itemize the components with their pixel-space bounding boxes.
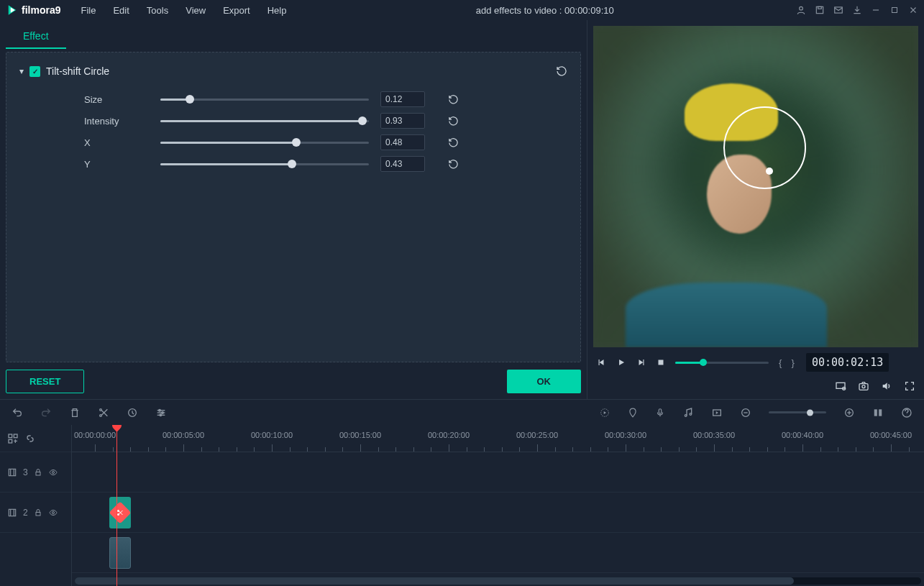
delete-icon[interactable] <box>69 407 81 418</box>
reset-button[interactable]: RESET <box>6 370 84 393</box>
lock-icon[interactable] <box>34 468 42 477</box>
download-icon[interactable] <box>852 5 862 15</box>
ruler-label: 00:00:05:00 <box>163 431 204 439</box>
param-slider-2[interactable] <box>160 134 369 151</box>
titlebar: filmora9 File Edit Tools View Export Hel… <box>0 0 924 20</box>
manage-tracks-icon[interactable] <box>7 433 19 444</box>
preview-viewport[interactable] <box>593 26 918 347</box>
zoom-fit-icon[interactable] <box>872 408 884 418</box>
adjust-icon[interactable] <box>155 407 167 418</box>
tab-effect[interactable]: Effect <box>6 24 66 49</box>
menu-view[interactable]: View <box>178 2 213 19</box>
menu-help[interactable]: Help <box>260 2 294 19</box>
effect-clip[interactable] <box>109 497 131 528</box>
preview-timecode: 00:00:02:13 <box>806 353 889 372</box>
link-icon[interactable] <box>24 433 36 444</box>
undo-icon[interactable] <box>12 407 23 418</box>
param-reset-0[interactable] <box>448 94 459 105</box>
user-icon[interactable] <box>796 5 806 15</box>
track-gap[interactable] <box>72 452 924 493</box>
next-frame-button[interactable] <box>636 357 646 367</box>
track-3[interactable] <box>72 493 924 533</box>
play-button[interactable] <box>616 357 626 367</box>
split-icon[interactable] <box>98 407 109 418</box>
ok-button[interactable]: OK <box>507 370 582 393</box>
eye-icon[interactable] <box>48 468 58 477</box>
param-slider-0[interactable] <box>160 91 369 108</box>
stop-button[interactable] <box>657 358 665 367</box>
menu-tools[interactable]: Tools <box>139 2 175 19</box>
param-value-1[interactable] <box>380 113 425 129</box>
menu-edit[interactable]: Edit <box>106 2 136 19</box>
prev-frame-button[interactable] <box>596 357 606 367</box>
param-reset-2[interactable] <box>448 137 459 148</box>
chevron-down-icon[interactable]: ▾ <box>19 66 24 76</box>
maximize-icon[interactable] <box>889 5 900 15</box>
fullscreen-icon[interactable] <box>904 380 915 392</box>
zoom-slider[interactable] <box>769 411 826 413</box>
param-label-2: X <box>84 137 149 148</box>
save-icon[interactable] <box>815 5 825 15</box>
lock-icon[interactable] <box>34 508 42 517</box>
ruler-label: 00:00:40:00 <box>782 431 823 439</box>
speed-icon[interactable] <box>127 407 138 418</box>
timeline: 3 2 00:00:00:0000:00:05:0000:00:10:0000:… <box>0 425 924 586</box>
ruler-label: 00:00:30:00 <box>605 431 646 439</box>
param-slider-1[interactable] <box>160 112 369 129</box>
render-icon[interactable] <box>599 407 610 418</box>
svg-point-13 <box>100 408 102 411</box>
param-label-1: Intensity <box>84 116 149 127</box>
svg-rect-5 <box>892 8 897 13</box>
video-clip[interactable] <box>109 537 131 569</box>
menubar: File Edit Tools View Export Help <box>73 2 293 19</box>
track-header-2: 2 <box>0 493 71 533</box>
voiceover-icon[interactable] <box>655 407 665 418</box>
help-icon[interactable] <box>901 407 912 418</box>
svg-point-0 <box>800 6 803 10</box>
playhead[interactable] <box>116 425 117 586</box>
volume-icon[interactable] <box>881 380 892 392</box>
marker-icon[interactable] <box>628 407 638 418</box>
param-reset-1[interactable] <box>448 116 459 127</box>
svg-rect-46 <box>36 512 40 516</box>
param-slider-3[interactable] <box>160 155 369 173</box>
tiltshift-center-handle[interactable] <box>766 168 773 175</box>
display-settings-icon[interactable] <box>835 380 846 392</box>
svg-point-21 <box>160 414 162 416</box>
zoom-out-icon[interactable] <box>740 407 751 418</box>
redo-icon[interactable] <box>40 407 52 418</box>
svg-point-20 <box>162 411 164 413</box>
timeline-scrollbar[interactable] <box>75 577 921 585</box>
param-value-3[interactable] <box>380 156 425 172</box>
svg-point-25 <box>690 413 692 415</box>
param-value-2[interactable] <box>380 134 425 150</box>
param-reset-3[interactable] <box>448 159 459 170</box>
crop-icon[interactable] <box>711 407 723 418</box>
reset-all-icon[interactable] <box>556 65 567 77</box>
preview-progress[interactable] <box>675 362 769 364</box>
preview-controls: { } 00:00:02:13 <box>587 347 924 377</box>
ruler-label: 00:00:10:00 <box>251 431 293 439</box>
mail-icon[interactable] <box>833 5 843 15</box>
snapshot-icon[interactable] <box>858 380 869 392</box>
ruler-label: 00:00:00:00 <box>74 431 116 439</box>
effect-clip-icon <box>109 501 131 523</box>
svg-rect-32 <box>874 409 877 416</box>
minimize-icon[interactable] <box>871 5 881 15</box>
ruler-label: 00:00:35:00 <box>693 431 735 439</box>
param-value-0[interactable] <box>380 91 425 107</box>
track-2[interactable] <box>72 533 924 573</box>
effect-enable-checkbox[interactable]: ✓ <box>29 66 40 77</box>
eye-icon[interactable] <box>48 508 58 517</box>
timeline-ruler[interactable]: 00:00:00:0000:00:05:0000:00:10:0000:00:1… <box>72 425 924 452</box>
svg-point-42 <box>52 471 54 473</box>
zoom-in-icon[interactable] <box>843 407 855 418</box>
svg-rect-41 <box>36 472 40 475</box>
audio-mixer-icon[interactable] <box>682 407 694 418</box>
tiltshift-circle-overlay[interactable] <box>723 106 806 189</box>
menu-file[interactable]: File <box>73 2 103 19</box>
close-icon[interactable] <box>908 5 918 15</box>
track-header-3: 3 <box>0 452 71 493</box>
menu-export[interactable]: Export <box>216 2 257 19</box>
window-title: add effects to video : 00:00:09:10 <box>293 5 796 16</box>
